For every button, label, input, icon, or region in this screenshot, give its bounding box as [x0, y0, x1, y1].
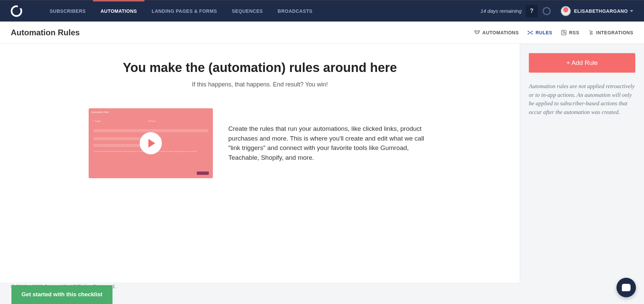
hero-description: Create the rules that run your automatio… — [228, 124, 431, 162]
svg-point-4 — [528, 33, 529, 34]
loading-icon — [543, 7, 551, 15]
chat-icon — [622, 284, 631, 291]
username-label: ELISABETHGARGANO — [574, 8, 628, 14]
svg-point-2 — [528, 31, 529, 32]
nav-subscribers[interactable]: SUBSCRIBERS — [42, 0, 93, 22]
help-button[interactable]: ? — [526, 5, 538, 17]
avatar-icon — [561, 6, 571, 16]
logo-icon[interactable] — [11, 5, 22, 17]
play-icon — [140, 132, 162, 154]
svg-point-7 — [562, 33, 563, 34]
subtab-rules[interactable]: RULES — [527, 30, 552, 35]
svg-rect-0 — [475, 31, 476, 32]
svg-point-3 — [532, 31, 533, 32]
content-area: You make the (automation) rules around h… — [0, 44, 644, 282]
automations-icon — [474, 30, 480, 35]
top-nav: SUBSCRIBERS AUTOMATIONS LANDING PAGES & … — [0, 0, 644, 22]
subtab-integrations[interactable]: INTEGRATIONS — [588, 30, 633, 35]
sidebar-note: Automation rules are not applied retroac… — [529, 82, 635, 116]
subtab-label: INTEGRATIONS — [596, 30, 633, 35]
main-panel: You make the (automation) rules around h… — [0, 44, 520, 282]
subtab-label: AUTOMATIONS — [482, 30, 519, 35]
nav-automations[interactable]: AUTOMATIONS — [93, 0, 144, 22]
sub-header: Automation Rules AUTOMATIONS RULES RSS I… — [0, 22, 644, 44]
subtab-label: RSS — [569, 30, 579, 35]
subtab-label: RULES — [536, 30, 552, 35]
nav-landing-pages-forms[interactable]: LANDING PAGES & FORMS — [144, 0, 225, 22]
rules-icon — [527, 30, 533, 35]
integrations-icon — [588, 30, 593, 35]
chevron-down-icon — [630, 10, 633, 12]
checklist-button[interactable]: Get started with this checklist — [11, 285, 112, 304]
hero-headline: You make the (automation) rules around h… — [123, 61, 397, 75]
footer-area: © 2013 - 2020 ConvertKit. All Rights Res… — [0, 282, 644, 304]
hero-subline: If this happens, that happens. End resul… — [192, 81, 328, 88]
nav-sequences[interactable]: SEQUENCES — [224, 0, 270, 22]
rss-icon — [561, 30, 566, 35]
add-rule-button[interactable]: + Add Rule — [529, 53, 635, 73]
svg-rect-1 — [478, 31, 479, 32]
video-thumbnail[interactable]: Automation Rule ⚡ Trigger⚙ Action Lorem … — [89, 108, 213, 178]
chat-widget[interactable] — [616, 278, 636, 297]
page-title: Automation Rules — [11, 28, 80, 37]
user-menu[interactable]: ELISABETHGARGANO — [561, 6, 633, 16]
trial-remaining: 14 days remaining — [480, 8, 522, 14]
subtab-automations[interactable]: AUTOMATIONS — [474, 30, 519, 35]
subtab-rss[interactable]: RSS — [561, 30, 579, 35]
svg-point-5 — [532, 33, 533, 34]
nav-broadcasts[interactable]: BROADCASTS — [270, 0, 320, 22]
sidebar: + Add Rule Automation rules are not appl… — [520, 44, 644, 282]
